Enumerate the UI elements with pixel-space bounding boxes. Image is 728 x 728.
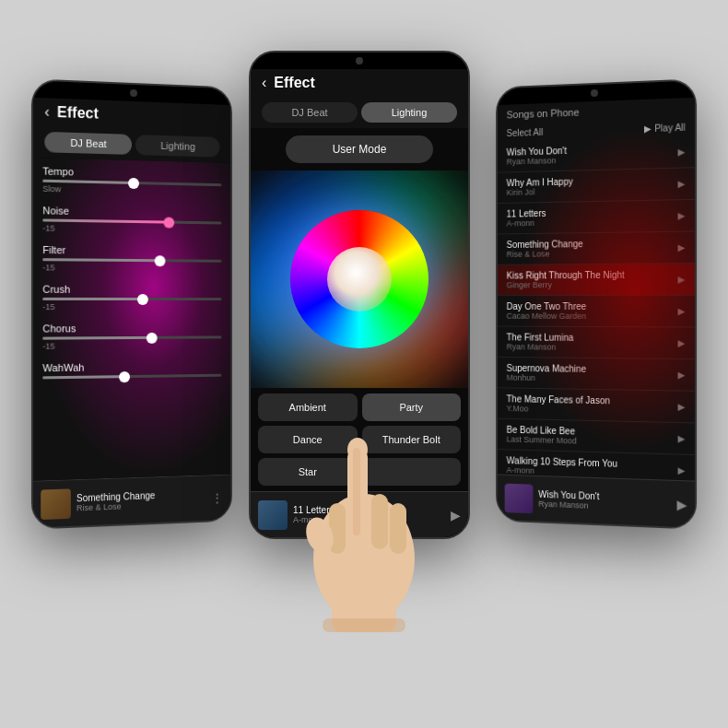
- tab-lighting-center[interactable]: Lighting: [361, 102, 457, 123]
- noise-value: -15: [42, 224, 221, 236]
- user-mode-button[interactable]: User Mode: [286, 135, 433, 163]
- left-now-playing: Something Change Rise & Lose: [76, 488, 205, 512]
- song-artist-4: Rise & Lose: [507, 248, 675, 259]
- song-play-10[interactable]: ▶: [678, 433, 686, 443]
- song-artist-5: Ginger Berry: [507, 280, 675, 290]
- center-screen: ‹ Effect DJ Beat Lighting User Mode Ambi…: [251, 53, 468, 537]
- center-song-title: 11 Letters: [293, 505, 445, 515]
- song-info-10: Be Bold Like Bee Last Summer Mood: [507, 425, 675, 449]
- back-arrow-left[interactable]: ‹: [44, 103, 49, 120]
- back-arrow-center[interactable]: ‹: [262, 75, 266, 91]
- center-now-playing: 11 Letters A-monn: [293, 505, 445, 524]
- play-all-icon: ▶: [644, 123, 652, 134]
- song-info-6: Day One Two Three Cacao Mellow Garden: [507, 301, 675, 321]
- effect-list: Tempo Slow Noise -15: [33, 158, 230, 398]
- effect-chorus: Chorus -15: [42, 323, 221, 351]
- left-menu-icon[interactable]: ⋮: [211, 490, 223, 505]
- dance-button[interactable]: Dance: [258, 426, 358, 453]
- song-item-3[interactable]: 11 Letters A-monn ▶: [498, 200, 695, 235]
- color-wheel-wrap: [251, 170, 468, 388]
- svg-rect-8: [323, 618, 405, 632]
- song-info-7: The First Lumina Ryan Manson: [507, 332, 675, 352]
- song-info-9: The Many Faces of Jason Y.Moo: [507, 393, 675, 416]
- song-play-6[interactable]: ▶: [678, 306, 686, 316]
- effect-wahwah: WahWah: [42, 360, 221, 379]
- left-tab-bar: DJ Beat Lighting: [33, 125, 230, 163]
- song-artist-3: A-monn: [507, 217, 675, 229]
- song-play-2[interactable]: ▶: [678, 179, 686, 189]
- left-screen: ‹ Effect DJ Beat Lighting Tempo Slow: [33, 80, 230, 527]
- crush-track[interactable]: [42, 298, 221, 300]
- right-content-wrap: Songs on Phone Select All ▶ Play All Wis…: [498, 98, 695, 481]
- song-item-9[interactable]: The Many Faces of Jason Y.Moo ▶: [498, 388, 695, 423]
- song-item-5[interactable]: Kiss Right Through The Night Ginger Berr…: [498, 264, 695, 296]
- crush-thumb[interactable]: [137, 294, 148, 305]
- song-item-8[interactable]: Supernova Machine Monhun ▶: [498, 358, 695, 392]
- status-bar-center: [251, 53, 468, 69]
- filter-track[interactable]: [42, 258, 221, 263]
- song-item-6[interactable]: Day One Two Three Cacao Mellow Garden ▶: [498, 296, 695, 328]
- party-button[interactable]: Party: [362, 393, 462, 421]
- color-wheel-highlight: [327, 247, 392, 311]
- center-song-artist: A-monn: [293, 515, 445, 524]
- song-artist-7: Ryan Manson: [507, 342, 675, 352]
- noise-label: Noise: [42, 205, 221, 218]
- song-info-4: Something Change Rise & Lose: [507, 238, 675, 259]
- song-info-5: Kiss Right Through The Night Ginger Berr…: [507, 269, 675, 289]
- tab-dj-center[interactable]: DJ Beat: [262, 102, 358, 123]
- phone-right: Songs on Phone Select All ▶ Play All Wis…: [496, 78, 697, 529]
- song-play-9[interactable]: ▶: [678, 402, 686, 412]
- filter-thumb[interactable]: [155, 255, 166, 266]
- effect-noise: Noise -15: [42, 205, 221, 235]
- song-title-5: Kiss Right Through The Night: [507, 269, 675, 280]
- right-play-icon[interactable]: ▶: [677, 497, 687, 512]
- crush-value: -15: [42, 302, 221, 311]
- camera-dot: [130, 89, 137, 97]
- right-now-playing: Wish You Don't Ryan Manson: [538, 489, 671, 513]
- song-item-7[interactable]: The First Lumina Ryan Manson ▶: [498, 327, 695, 360]
- song-info-8: Supernova Machine Monhun: [507, 363, 675, 384]
- ambient-button[interactable]: Ambient: [258, 393, 358, 421]
- chorus-value: -15: [42, 340, 221, 351]
- wahwah-thumb[interactable]: [119, 371, 130, 382]
- effect-filter: Filter -15: [42, 244, 221, 274]
- chorus-track[interactable]: [42, 335, 221, 339]
- svg-rect-7: [332, 595, 396, 632]
- song-item-1[interactable]: Wish You Don't Ryan Manson ▶: [498, 136, 695, 173]
- right-album-art: [505, 483, 534, 513]
- chorus-thumb[interactable]: [146, 333, 157, 344]
- song-play-3[interactable]: ▶: [678, 210, 686, 220]
- center-play-icon[interactable]: ▶: [451, 508, 461, 523]
- song-list: Wish You Don't Ryan Manson ▶ Why Am I Ha…: [498, 136, 695, 481]
- song-info-2: Why Am I Happy Kirin Jol: [507, 174, 675, 197]
- song-play-8[interactable]: ▶: [678, 370, 686, 380]
- extra-button[interactable]: [362, 458, 462, 486]
- song-play-4[interactable]: ▶: [678, 242, 686, 252]
- tab-lighting-left[interactable]: Lighting: [135, 135, 220, 158]
- thunder-bolt-button[interactable]: Thunder Bolt: [362, 426, 462, 453]
- wahwah-track[interactable]: [42, 374, 221, 380]
- left-content: Tempo Slow Noise -15: [33, 158, 230, 481]
- camera-dot-right: [591, 89, 598, 97]
- song-item-4[interactable]: Something Change Rise & Lose ▶: [498, 232, 695, 265]
- color-wheel[interactable]: [290, 210, 429, 348]
- filter-fill: [42, 258, 160, 262]
- filter-label: Filter: [42, 244, 221, 257]
- center-bottom-bar: 11 Letters A-monn ▶: [251, 491, 468, 537]
- star-button[interactable]: Star: [258, 458, 358, 486]
- tempo-thumb[interactable]: [128, 178, 139, 189]
- song-item-2[interactable]: Why Am I Happy Kirin Jol ▶: [498, 168, 695, 204]
- select-all-button[interactable]: Select All: [507, 127, 544, 138]
- center-header: ‹ Effect: [251, 69, 468, 97]
- play-all-button[interactable]: ▶ Play All: [644, 123, 686, 135]
- song-play-5[interactable]: ▶: [678, 274, 686, 284]
- noise-thumb[interactable]: [164, 217, 175, 229]
- crush-fill: [42, 298, 142, 300]
- song-artist-8: Monhun: [507, 373, 675, 385]
- chorus-fill: [42, 336, 151, 340]
- song-play-7[interactable]: ▶: [678, 338, 686, 348]
- song-play-1[interactable]: ▶: [678, 147, 686, 157]
- song-play-11[interactable]: ▶: [678, 465, 686, 476]
- effect-tempo: Tempo Slow: [42, 165, 221, 197]
- tab-dj-left[interactable]: DJ Beat: [44, 132, 132, 155]
